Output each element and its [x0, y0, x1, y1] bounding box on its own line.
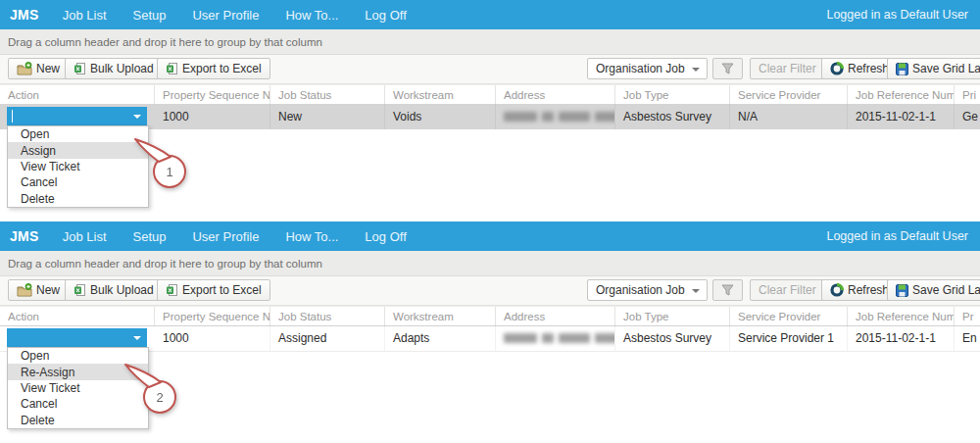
logged-in-status: Logged in as Default User — [826, 8, 970, 22]
column-header-workstream[interactable]: Workstream — [385, 307, 496, 325]
clear-filter-label: Clear Filter — [759, 283, 816, 297]
group-by-hint-text: Drag a column header and drop it here to… — [8, 258, 322, 270]
view-selector-value: Organisation Job — [596, 62, 685, 75]
nav-item-setup[interactable]: Setup — [133, 229, 167, 244]
export-to-excel-label: Export to Excel — [182, 62, 262, 75]
view-selector-dropdown[interactable]: Organisation Job — [587, 279, 708, 301]
filter-funnel-icon — [721, 284, 734, 296]
bulk-upload-button[interactable]: Bulk Upload — [65, 279, 163, 301]
excel-export-icon — [166, 62, 178, 75]
screenshot-section-2: JMS Job List Setup User Profile How To..… — [0, 222, 980, 443]
column-header-workstream[interactable]: Workstream — [385, 85, 496, 104]
screenshot-section-1: JMS Job List Setup User Profile How To..… — [0, 0, 980, 222]
cell-priority: Ge — [955, 104, 980, 129]
nav-item-how-to[interactable]: How To... — [285, 229, 338, 244]
save-grid-layout-button[interactable]: Save Grid Layout — [887, 279, 980, 301]
callout-number: 2 — [156, 390, 163, 405]
new-button[interactable]: New — [8, 58, 69, 79]
grid-header-row: Action Property Sequence No Job Status W… — [0, 84, 980, 105]
export-to-excel-button[interactable]: Export to Excel — [157, 58, 270, 79]
column-header-service-provider[interactable]: Service Provider — [730, 307, 848, 325]
save-grid-layout-button[interactable]: Save Grid Layout — [887, 58, 980, 79]
chevron-down-icon — [692, 68, 700, 72]
group-by-hint-text: Drag a column header and drop it here to… — [8, 36, 322, 48]
export-to-excel-label: Export to Excel — [182, 283, 262, 297]
column-header-job-reference-number[interactable]: Job Reference Number — [848, 307, 955, 325]
cell-job-reference-number: 2015-11-02-1-1 — [848, 104, 955, 129]
clear-filter-button[interactable]: Clear Filter — [750, 58, 825, 79]
column-header-property-sequence-no[interactable]: Property Sequence No — [155, 307, 270, 325]
nav-item-job-list[interactable]: Job List — [63, 229, 107, 244]
grid-toolbar: New Bulk Upload Export to Excel Organisa… — [0, 55, 980, 84]
column-header-service-provider[interactable]: Service Provider — [730, 85, 848, 104]
excel-upload-icon — [74, 283, 86, 297]
cell-address-redacted — [496, 104, 615, 129]
column-header-address[interactable]: Address — [496, 85, 615, 104]
column-header-priority[interactable]: Pr — [955, 307, 980, 325]
callout-balloon-2: 2 — [106, 353, 184, 421]
cell-address-redacted — [496, 325, 615, 351]
chevron-down-icon — [692, 289, 700, 293]
cell-job-status: Assigned — [270, 325, 385, 351]
excel-export-icon — [166, 283, 178, 297]
view-selector-dropdown[interactable]: Organisation Job — [587, 58, 708, 79]
cell-workstream: Voids — [385, 104, 496, 129]
nav-item-log-off[interactable]: Log Off — [365, 229, 406, 244]
column-header-job-status[interactable]: Job Status — [270, 307, 385, 325]
cell-service-provider: N/A — [730, 104, 848, 129]
combobox-caret-icon — [133, 115, 141, 119]
callout-number: 1 — [166, 165, 172, 179]
refresh-icon — [830, 283, 844, 297]
bulk-upload-label: Bulk Upload — [90, 283, 154, 297]
save-grid-layout-label: Save Grid Layout — [912, 62, 980, 75]
cell-job-type: Asbestos Survey — [615, 325, 730, 351]
column-header-priority[interactable]: Pri — [955, 85, 980, 104]
excel-upload-icon — [74, 62, 86, 75]
column-header-action[interactable]: Action — [0, 307, 155, 325]
bulk-upload-label: Bulk Upload — [90, 62, 154, 75]
column-header-job-reference-number[interactable]: Job Reference Number — [848, 85, 955, 104]
cell-workstream: Adapts — [385, 325, 496, 351]
cell-property-sequence-no: 1000 — [155, 104, 270, 129]
top-nav-bar: JMS Job List Setup User Profile How To..… — [0, 0, 980, 29]
column-header-address[interactable]: Address — [496, 307, 615, 325]
cell-priority: En — [955, 325, 980, 351]
clear-filter-label: Clear Filter — [759, 62, 816, 75]
grid-header-row: Action Property Sequence No Job Status W… — [0, 306, 980, 326]
nav-item-job-list[interactable]: Job List — [63, 8, 107, 23]
nav-item-how-to[interactable]: How To... — [285, 8, 338, 23]
new-button-label: New — [36, 62, 60, 75]
column-header-property-sequence-no[interactable]: Property Sequence No — [155, 85, 270, 104]
callout-balloon-1: 1 — [116, 127, 194, 196]
column-header-job-type[interactable]: Job Type — [615, 307, 730, 325]
grid-toolbar: New Bulk Upload Export to Excel Organisa… — [0, 276, 980, 306]
new-button[interactable]: New — [8, 279, 69, 301]
filter-funnel-icon — [721, 63, 734, 74]
top-nav-bar: JMS Job List Setup User Profile How To..… — [0, 222, 980, 251]
nav-item-log-off[interactable]: Log Off — [365, 8, 406, 23]
cell-job-reference-number: 2015-11-02-1-1 — [848, 325, 955, 351]
action-combobox[interactable] — [7, 328, 147, 347]
logged-in-status: Logged in as Default User — [826, 229, 970, 243]
export-to-excel-button[interactable]: Export to Excel — [157, 279, 270, 301]
save-grid-layout-label: Save Grid Layout — [912, 283, 980, 297]
save-disk-icon — [896, 284, 908, 297]
filter-button[interactable] — [712, 279, 743, 301]
clear-filter-button[interactable]: Clear Filter — [750, 279, 825, 301]
cell-job-type: Asbestos Survey — [615, 104, 730, 129]
combobox-caret-icon — [133, 336, 141, 340]
bulk-upload-button[interactable]: Bulk Upload — [65, 58, 163, 79]
column-header-job-type[interactable]: Job Type — [615, 85, 730, 104]
nav-item-user-profile[interactable]: User Profile — [192, 8, 259, 23]
nav-item-setup[interactable]: Setup — [133, 8, 167, 23]
address-blur — [504, 112, 615, 122]
column-header-action[interactable]: Action — [0, 85, 155, 104]
column-header-job-status[interactable]: Job Status — [270, 85, 385, 104]
action-combobox[interactable] — [7, 107, 147, 125]
new-button-label: New — [36, 283, 60, 297]
address-blur — [504, 333, 615, 343]
filter-button[interactable] — [712, 58, 743, 79]
refresh-label: Refresh — [848, 62, 889, 75]
app-logo: JMS — [10, 228, 39, 244]
nav-item-user-profile[interactable]: User Profile — [192, 229, 259, 244]
